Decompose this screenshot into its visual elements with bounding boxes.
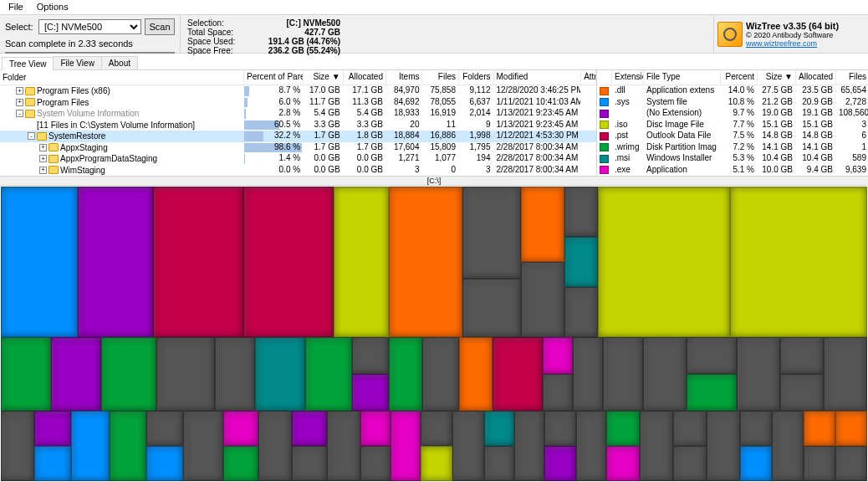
folder-row[interactable]: +AppxProgramDataStaging1.4 %0.0 GB0.0 GB… bbox=[0, 153, 596, 165]
treemap-block[interactable] bbox=[643, 337, 687, 411]
treemap-block[interactable] bbox=[34, 411, 71, 446]
treemap-block[interactable] bbox=[78, 187, 153, 337]
treemap-block[interactable] bbox=[51, 337, 101, 411]
treemap-block[interactable] bbox=[740, 411, 772, 446]
treemap-block[interactable] bbox=[421, 446, 452, 481]
tab-tree-view[interactable]: Tree View bbox=[2, 57, 54, 70]
treemap-block[interactable] bbox=[183, 411, 223, 481]
treemap-block[interactable] bbox=[360, 446, 391, 481]
treemap-block[interactable] bbox=[223, 411, 258, 446]
treemap-block[interactable] bbox=[772, 411, 804, 481]
treemap-block[interactable] bbox=[521, 187, 564, 262]
treemap-block[interactable] bbox=[305, 337, 352, 411]
treemap-block[interactable] bbox=[1, 411, 34, 481]
treemap-block[interactable] bbox=[603, 337, 643, 411]
treemap-block[interactable] bbox=[215, 337, 255, 411]
ext-row[interactable]: .pstOutlook Data File7.5 %14.8 GB14.8 GB… bbox=[597, 131, 868, 142]
treemap-block[interactable] bbox=[452, 411, 484, 481]
col-folders[interactable]: Folders bbox=[459, 70, 494, 85]
expand-icon[interactable]: + bbox=[16, 87, 23, 95]
treemap-block[interactable] bbox=[391, 411, 421, 481]
treemap-block[interactable] bbox=[564, 287, 598, 337]
treemap[interactable] bbox=[1, 187, 867, 481]
treemap-block[interactable] bbox=[34, 446, 71, 481]
folder-row[interactable]: -System Volume Information2.8 %5.4 GB5.4… bbox=[0, 108, 596, 120]
treemap-block[interactable] bbox=[292, 446, 327, 481]
treemap-block[interactable] bbox=[493, 337, 543, 411]
treemap-block[interactable] bbox=[673, 446, 707, 481]
treemap-block[interactable] bbox=[573, 337, 603, 411]
treemap-block[interactable] bbox=[544, 411, 576, 446]
col-extension[interactable]: Extension bbox=[612, 70, 644, 85]
expand-icon[interactable]: + bbox=[39, 155, 47, 162]
ext-row[interactable]: (No Extension)9.7 %19.0 GB19.1 GB108,560 bbox=[597, 108, 868, 120]
col-size[interactable]: Size ▼ bbox=[304, 70, 343, 85]
treemap-block[interactable] bbox=[327, 411, 360, 481]
folder-row[interactable]: +Program Files (x86)8.7 %17.0 GB17.1 GB8… bbox=[0, 85, 596, 97]
menu-options[interactable]: Options bbox=[30, 0, 75, 14]
treemap-block[interactable] bbox=[687, 374, 737, 411]
treemap-block[interactable] bbox=[462, 187, 521, 279]
treemap-block[interactable] bbox=[223, 446, 258, 481]
treemap-block[interactable] bbox=[780, 337, 824, 374]
ext-row[interactable]: .dllApplication extens14.0 %27.5 GB23.5 … bbox=[597, 85, 868, 97]
treemap-block[interactable] bbox=[255, 337, 305, 411]
treemap-block[interactable] bbox=[544, 446, 576, 481]
treemap-block[interactable] bbox=[740, 446, 772, 481]
treemap-block[interactable] bbox=[564, 187, 598, 237]
treemap-block[interactable] bbox=[484, 411, 514, 446]
treemap-block[interactable] bbox=[1, 337, 51, 411]
col-filetype[interactable]: File Type bbox=[644, 70, 721, 85]
expand-icon[interactable]: + bbox=[39, 167, 47, 174]
expand-icon[interactable]: - bbox=[28, 132, 35, 140]
website-link[interactable]: www.wiztreefree.com bbox=[746, 39, 839, 48]
col-ext-alloc[interactable]: Allocated bbox=[796, 70, 836, 85]
treemap-block[interactable] bbox=[484, 446, 514, 481]
ext-row[interactable]: .exeApplication5.1 %10.0 GB9.4 GB9,639 bbox=[597, 165, 868, 177]
tab-file-view[interactable]: File View bbox=[53, 56, 101, 69]
tab-about[interactable]: About bbox=[101, 56, 138, 69]
treemap-block[interactable] bbox=[606, 411, 640, 446]
drive-select[interactable]: [C:] NVMe500 bbox=[38, 19, 141, 34]
treemap-block[interactable] bbox=[352, 374, 389, 411]
treemap-block[interactable] bbox=[687, 337, 737, 374]
folder-row[interactable]: +AppxStaging98.6 %1.7 GB1.7 GB17,60415,8… bbox=[0, 142, 596, 154]
treemap-block[interactable] bbox=[543, 337, 573, 374]
treemap-block[interactable] bbox=[462, 279, 521, 337]
treemap-block[interactable] bbox=[780, 374, 824, 411]
treemap-block[interactable] bbox=[422, 337, 459, 411]
treemap-block[interactable] bbox=[1, 187, 78, 337]
treemap-block[interactable] bbox=[389, 337, 422, 411]
treemap-block[interactable] bbox=[156, 337, 215, 411]
expand-icon[interactable]: + bbox=[39, 144, 47, 151]
treemap-block[interactable] bbox=[421, 411, 452, 446]
treemap-block[interactable] bbox=[564, 237, 598, 287]
treemap-block[interactable] bbox=[824, 337, 867, 411]
treemap-block[interactable] bbox=[640, 411, 673, 481]
expand-icon[interactable]: - bbox=[16, 110, 23, 117]
ext-row[interactable]: .wrimgDisk Partition Imag7.2 %14.1 GB14.… bbox=[597, 142, 868, 154]
treemap-block[interactable] bbox=[521, 262, 564, 337]
scan-button[interactable]: Scan bbox=[145, 18, 175, 35]
col-folder[interactable]: Folder bbox=[0, 70, 244, 85]
col-modified[interactable]: Modified bbox=[494, 70, 582, 85]
treemap-block[interactable] bbox=[835, 446, 867, 481]
treemap-block[interactable] bbox=[389, 187, 462, 337]
treemap-block[interactable] bbox=[804, 446, 835, 481]
treemap-block[interactable] bbox=[360, 411, 391, 446]
treemap-block[interactable] bbox=[110, 411, 146, 481]
treemap-block[interactable] bbox=[730, 187, 867, 337]
col-ext-size[interactable]: Size ▼ bbox=[758, 70, 796, 85]
folder-row[interactable]: [11 Files in C:\System Volume Informatio… bbox=[0, 120, 596, 131]
col-items[interactable]: Items bbox=[386, 70, 423, 85]
col-ext-files[interactable]: Files bbox=[836, 70, 868, 85]
treemap-block[interactable] bbox=[153, 187, 243, 337]
menu-file[interactable]: File bbox=[2, 0, 30, 14]
treemap-block[interactable] bbox=[243, 187, 334, 337]
treemap-block[interactable] bbox=[146, 446, 183, 481]
treemap-block[interactable] bbox=[598, 187, 730, 337]
treemap-block[interactable] bbox=[737, 337, 780, 411]
col-attr[interactable]: Attr bbox=[581, 70, 596, 85]
treemap-block[interactable] bbox=[673, 411, 707, 446]
ext-row[interactable]: .sysSystem file10.8 %21.2 GB20.9 GB2,728 bbox=[597, 97, 868, 109]
